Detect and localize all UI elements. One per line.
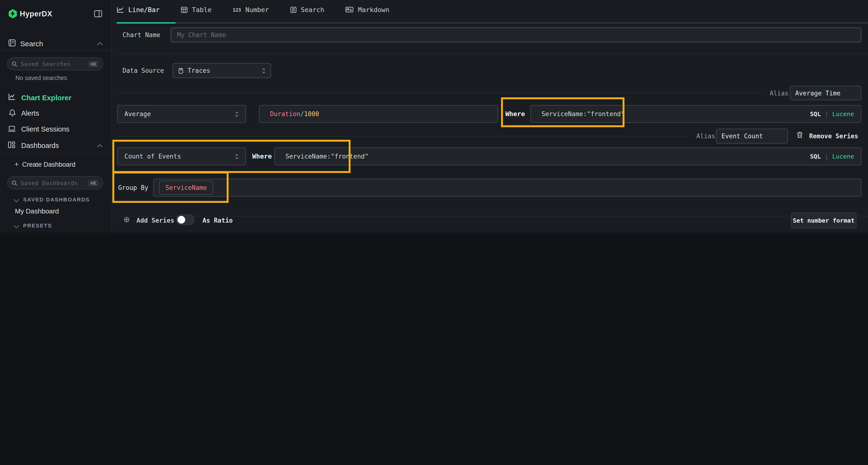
hyperdx-logo-icon [8, 9, 18, 21]
updown-chevrons-icon [262, 67, 266, 74]
alias-divider [118, 93, 764, 94]
tab-table[interactable]: Table [181, 6, 212, 13]
chevron-down-icon[interactable] [14, 223, 19, 228]
sidebar-item-dashboards[interactable]: Dashboards [21, 142, 59, 150]
collapse-sidebar-icon[interactable] [94, 10, 102, 19]
saved-dashboards-placeholder: Saved Dashboards [21, 179, 88, 186]
trash-icon[interactable] [797, 131, 803, 140]
group-by-input[interactable] [153, 179, 861, 197]
plus-icon: + [14, 160, 19, 168]
chart-explorer-icon [8, 93, 16, 103]
add-series-button[interactable]: Add Series [136, 217, 174, 224]
shortcut-badge: ⌘K [88, 179, 99, 186]
presets-header[interactable]: PRESETS [23, 223, 52, 228]
annotation-highlight-series-2 [112, 140, 350, 173]
saved-dashboards-input[interactable]: Saved Dashboards ⌘K [7, 176, 103, 189]
field-token: Duration [270, 110, 300, 118]
alias-label: Alias [770, 90, 788, 97]
section-divider [116, 53, 868, 54]
sidebar-item-my-dashboard[interactable]: My Dashboard [15, 207, 59, 215]
dashboards-icon [8, 141, 16, 150]
chart-name-input[interactable]: My Chart Name [171, 28, 861, 42]
sidebar-divider [0, 50, 111, 51]
saved-searches-input[interactable]: Saved Searches ⌘K [7, 57, 103, 70]
remove-series-button[interactable]: Remove Series [809, 133, 858, 140]
chart-type-tabbar: Line/Bar Table 123 Number Search Markdow… [117, 6, 390, 13]
series2-alias-input[interactable]: Event Count [716, 129, 788, 143]
chevron-down-icon[interactable] [14, 197, 19, 202]
series2-where-input[interactable]: ServiceName:"frontend" SQL|Lucene [274, 147, 861, 165]
client-sessions-icon [8, 125, 16, 134]
tab-number[interactable]: 123 Number [233, 6, 269, 13]
tab-search[interactable]: Search [290, 6, 324, 13]
toggle-knob [178, 216, 185, 224]
set-number-format-button[interactable]: Set number format [791, 212, 857, 228]
tab-markdown[interactable]: Markdown [345, 6, 390, 13]
tab-underline-active [117, 22, 176, 24]
tab-underline-track [117, 22, 868, 24]
data-source-value: Traces [188, 67, 210, 74]
number-123-icon: 123 [233, 7, 241, 12]
search-icon [11, 61, 18, 67]
alias-divider [118, 136, 689, 136]
no-saved-searches-text: No saved searches [16, 75, 67, 81]
data-source-select[interactable]: Traces [173, 63, 271, 78]
saved-searches-placeholder: Saved Searches [21, 61, 88, 67]
chart-name-label: Chart Name [123, 31, 160, 38]
add-series-plus-icon[interactable]: ⊕ [123, 215, 130, 224]
table-icon [181, 6, 188, 13]
series1-value-expression-input[interactable]: Duration/1000 [259, 105, 498, 123]
data-source-label: Data Source [123, 67, 164, 74]
create-dashboard-button[interactable]: Create Dashboard [22, 161, 75, 168]
sidebar-item-search[interactable]: Search [20, 39, 43, 48]
markdown-icon [345, 7, 354, 12]
sidebar: HyperDX Search Saved Searches ⌘K No save… [0, 0, 112, 232]
saved-dashboards-header[interactable]: SAVED DASHBOARDS [23, 197, 90, 202]
operator-token: / [300, 110, 304, 118]
as-ratio-label: As Ratio [203, 217, 233, 224]
annotation-highlight-group-by [112, 171, 228, 203]
alerts-bell-icon [9, 109, 16, 119]
search-icon [11, 180, 18, 186]
chevron-up-icon[interactable] [97, 144, 103, 150]
annotation-highlight-where-1 [501, 97, 624, 127]
query-language-toggle[interactable]: SQL|Lucene [810, 110, 861, 118]
hyperdx-app: HyperDX Search Saved Searches ⌘K No save… [0, 0, 868, 232]
sidebar-item-chart-explorer[interactable]: Chart Explorer [21, 94, 71, 102]
database-icon [178, 67, 184, 74]
search-list-icon [290, 6, 296, 13]
series1-alias-input[interactable]: Average Time [790, 86, 861, 100]
as-ratio-toggle[interactable] [176, 214, 194, 225]
sidebar-divider [0, 153, 111, 154]
alias-label: Alias [696, 133, 715, 140]
line-chart-icon [117, 6, 124, 13]
sidebar-item-client-sessions[interactable]: Client Sessions [21, 125, 69, 133]
query-language-toggle[interactable]: SQL|Lucene [810, 153, 861, 160]
section-divider [116, 216, 868, 217]
updown-chevrons-icon [235, 110, 239, 117]
search-section-icon [8, 39, 16, 49]
shortcut-badge: ⌘K [88, 61, 99, 67]
series1-aggregation-select[interactable]: Average [117, 105, 246, 123]
tab-line-bar[interactable]: Line/Bar [117, 6, 160, 13]
app-title: HyperDX [20, 10, 52, 18]
sidebar-item-alerts[interactable]: Alerts [21, 109, 39, 117]
number-token: 1000 [304, 110, 319, 118]
chevron-up-icon[interactable] [97, 42, 103, 48]
chart-name-placeholder: My Chart Name [177, 31, 226, 38]
